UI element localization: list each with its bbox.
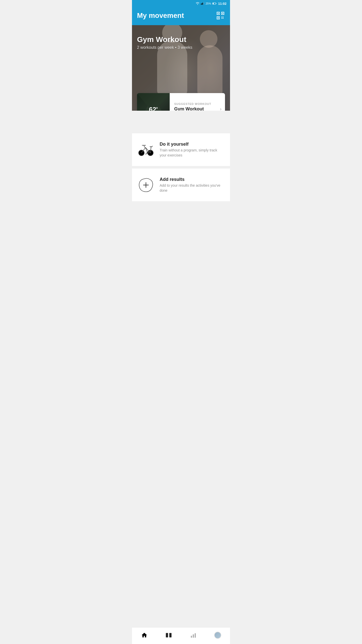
signal-icon (201, 1, 204, 6)
do-it-yourself-desc: Train without a program, simply track yo… (160, 148, 225, 158)
workout-name-row: Gym Workout › (174, 106, 221, 111)
do-it-yourself-item[interactable]: Do it yourself Train without a program, … (132, 133, 230, 166)
svg-rect-13 (221, 17, 222, 17)
qr-button[interactable] (216, 11, 225, 20)
battery-icon (212, 1, 216, 6)
svg-rect-2 (203, 3, 203, 5)
hero-subtitle: 2 workouts per week • 3 weeks (137, 45, 192, 50)
wifi-icon (196, 2, 200, 6)
section-divider (132, 167, 230, 169)
chevron-right-icon: › (220, 106, 221, 111)
add-results-item[interactable]: Add results Add to your results the acti… (132, 169, 230, 201)
hero-text-block: Gym Workout 2 workouts per week • 3 week… (137, 35, 192, 50)
svg-rect-0 (201, 4, 201, 5)
app-header: My movement (132, 7, 230, 25)
do-it-yourself-title: Do it yourself (160, 142, 225, 147)
main-content: Do it yourself Train without a program, … (132, 111, 230, 222)
svg-line-28 (152, 146, 152, 147)
workout-name: Gym Workout (174, 106, 204, 111)
status-icons: 25% 11:02 (196, 1, 227, 6)
workout-duration: 62' (149, 106, 158, 111)
svg-rect-1 (202, 3, 202, 5)
add-results-text: Add results Add to your results the acti… (160, 177, 225, 193)
add-results-title: Add results (160, 177, 225, 182)
exercise-bike-icon (137, 141, 155, 158)
workout-thumbnail: 62' (137, 93, 170, 111)
svg-rect-12 (218, 17, 219, 18)
add-results-desc: Add to your results the activities you'v… (160, 183, 225, 193)
status-time: 11:02 (218, 2, 227, 6)
workout-info: SUGGESTED WORKOUT Gym Workout › 8 exe • … (170, 93, 225, 111)
svg-rect-15 (221, 18, 222, 19)
page-title: My movement (137, 12, 184, 20)
hero-title: Gym Workout (137, 35, 192, 44)
svg-rect-14 (223, 17, 223, 17)
svg-rect-3 (203, 2, 204, 5)
add-results-icon (137, 176, 155, 194)
suggested-workout-card[interactable]: 62' SUGGESTED WORKOUT Gym Workout › 8 ex… (137, 93, 225, 111)
workout-suggested-label: SUGGESTED WORKOUT (174, 102, 221, 105)
svg-line-24 (144, 145, 145, 147)
svg-rect-16 (223, 18, 223, 19)
svg-line-30 (146, 153, 147, 154)
svg-rect-10 (222, 13, 223, 14)
hero-banner: Gym Workout 2 workouts per week • 3 week… (132, 25, 230, 111)
svg-rect-8 (218, 13, 219, 14)
battery-text: 25% (206, 2, 211, 5)
status-bar: 25% 11:02 (132, 0, 230, 7)
svg-rect-6 (216, 3, 216, 4)
do-it-yourself-text: Do it yourself Train without a program, … (160, 142, 225, 158)
